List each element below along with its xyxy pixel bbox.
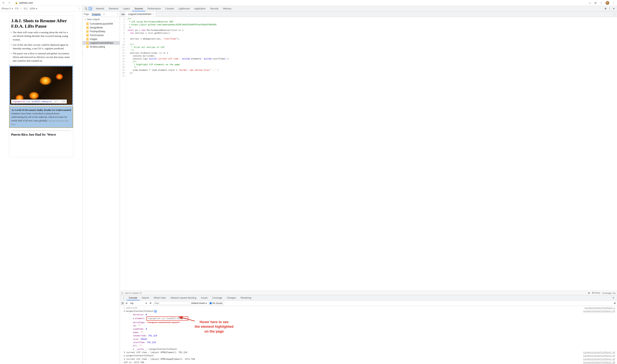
snippet-item[interactable]: DesignMode (82, 26, 120, 29)
console-row[interactable]: ▼LargestContentfulPaintiLargestContentfu… (120, 310, 617, 313)
panel-tab-elements[interactable]: Elements (106, 6, 121, 11)
chevron-down-icon: ▾ (146, 302, 147, 305)
console-row[interactable]: url: "" (120, 344, 617, 347)
panel-tab-console[interactable]: Console (163, 6, 176, 11)
clear-console-icon[interactable]: ⊘ (126, 302, 128, 305)
drawer-menu-icon[interactable]: ⋮ (121, 297, 126, 299)
device-select[interactable]: iPhone X ▾ (1, 7, 13, 10)
snippet-item[interactable]: CumulativeLayoutShift (82, 22, 120, 26)
source-link[interactable]: LargestContentfulPaint:1 (583, 306, 615, 309)
height-input[interactable]: 812 (24, 7, 28, 10)
drawer-tab-network-request-blocking[interactable]: Network request blocking (168, 295, 199, 300)
source-link[interactable]: LargestContentfulPaint:28 (581, 361, 615, 364)
device-menu-icon[interactable]: ⋮ (78, 7, 81, 10)
snippet-file-icon (86, 22, 89, 25)
nav-fwd-icon[interactable]: ▶ (123, 13, 125, 15)
nav-more-icon[interactable]: » (104, 13, 105, 15)
source-link[interactable]: LargestContentfulPaint:14 (581, 351, 615, 354)
console-row[interactable]: renderTime: 791.224 (120, 334, 617, 337)
sources-navigator: Page Snippets » ⋮ ＋ New snippet Cumulati… (82, 12, 120, 364)
inspect-element-icon[interactable] (84, 7, 88, 10)
console-row[interactable]: loadTime: 0 (120, 327, 617, 331)
figcaption-lcp-highlighted: As Covid-19 Devastates India, Deaths Go … (9, 106, 73, 128)
panel-tab-network[interactable]: Network (93, 6, 106, 11)
nav-tab-page[interactable]: Page (84, 13, 89, 15)
devtools-tabstrip: NetworkElementsLayersSourcesPerformanceC… (82, 6, 617, 12)
console-toolbar: ▶ ⊘ top ▾ 👁 Default levels ▾ (120, 300, 617, 306)
context-select[interactable]: top ▾ (129, 302, 148, 305)
profile-avatar[interactable] (605, 1, 609, 5)
drawer-tab-changes[interactable]: Changes (224, 295, 238, 300)
address-bar[interactable]: 🔒 nytimes.com (13, 1, 35, 4)
panel-tab-lighthouse[interactable]: Lighthouse (176, 6, 192, 11)
bullet-item: Use of the one-shot vaccine could be dep… (11, 43, 71, 51)
annotation-arrow-icon (177, 315, 197, 323)
extensions-icon[interactable]: ⊞ (594, 1, 597, 4)
console-output[interactable]: ⟵undefinedLargestContentfulPaint:1▼Large… (120, 306, 617, 364)
panel-tab-application[interactable]: Application (192, 6, 208, 11)
source-link[interactable]: LargestContentfulPaint:13 (581, 354, 615, 357)
console-settings-icon[interactable]: ⚙ (614, 302, 616, 305)
drawer-tab-what-s-new[interactable]: What's New (151, 295, 168, 300)
panel-tab-sources[interactable]: Sources (132, 6, 145, 11)
panel-tab-layers[interactable]: Layers (121, 6, 132, 11)
console-row[interactable]: 1 current LCP item : [object HTMLElement… (120, 351, 617, 354)
live-expression-icon[interactable]: 👁 (149, 302, 152, 305)
editor-tab[interactable]: LargestContentfulPaint × (126, 12, 156, 17)
console-filter-input[interactable] (153, 301, 190, 305)
close-tab-icon[interactable]: × (153, 13, 154, 15)
snippet-item[interactable]: FirstInputDelay (82, 29, 120, 33)
panel-tab-memory[interactable]: Memory (221, 6, 234, 11)
issues-button[interactable]: No Issues (208, 301, 224, 305)
home-icon[interactable]: ⇧ (8, 1, 11, 4)
close-drawer-icon[interactable]: ✕ (611, 297, 616, 299)
console-row[interactable]: ⟵undefinedLargestContentfulPaint:1 (120, 306, 617, 310)
pretty-print-icon[interactable]: {} (121, 292, 123, 294)
nav-back-icon[interactable]: ◀ (121, 13, 123, 15)
fullscreen-icon[interactable]: ⛶ (612, 13, 617, 15)
console-row[interactable]: ▶__proto__: LargestContentfulPaint (120, 348, 617, 351)
new-snippet-button[interactable]: ＋ New snippet (82, 17, 120, 22)
next-article-headline: Puerto Rico Just Had Its 'Worst (11, 130, 71, 137)
run-icon[interactable]: ▶ (588, 292, 590, 294)
article-bullets: The shots will come with a warning about… (11, 31, 71, 63)
snippet-item[interactable]: LargestContentfulPaint (82, 41, 120, 45)
cast-icon[interactable]: ▭ (588, 1, 591, 4)
console-row[interactable]: ▶LargestContentfulPaintLargestContentful… (120, 354, 617, 357)
chevron-down-icon: ▾ (36, 7, 37, 10)
source-link[interactable]: LargestContentfulPaint:13 (581, 310, 615, 312)
console-row[interactable]: startTime: 791.224 (120, 341, 617, 344)
drawer-tab-coverage[interactable]: Coverage (210, 295, 224, 300)
console-sidebar-icon[interactable]: ▶ (121, 302, 124, 305)
panel-menu-icon[interactable]: ⋮ (609, 7, 611, 10)
console-row[interactable]: LCP is: 1171.744LargestContentfulPaint:2… (120, 361, 617, 364)
source-link[interactable]: LargestContentfulPaint:14 (581, 358, 615, 361)
drawer-tab-console[interactable]: Console (126, 295, 140, 300)
reload-icon[interactable]: ↻ (2, 1, 5, 4)
console-row[interactable]: id: "" (120, 324, 617, 327)
console-row[interactable]: name: "" (120, 331, 617, 334)
device-viewport: J.&J. Shots to Resume After F.D.A. Lifts… (0, 12, 82, 364)
menu-icon[interactable]: ⋮ (612, 1, 615, 4)
snippet-item[interactable]: FormControls (82, 33, 120, 37)
settings-icon[interactable]: ⚙ (604, 7, 607, 10)
device-toggle-icon[interactable] (89, 7, 92, 10)
drawer-tab-rendering[interactable]: Rendering (238, 295, 253, 300)
drawer-tab-search[interactable]: Search (140, 295, 151, 300)
panel-tab-security[interactable]: Security (208, 6, 221, 11)
panel-tab-performance[interactable]: Performance (145, 6, 163, 11)
console-row[interactable]: size: 35643 (120, 338, 617, 341)
svg-rect-1 (89, 7, 91, 10)
snippet-item[interactable]: Images (82, 37, 120, 41)
log-levels-select[interactable]: Default levels ▾ (191, 302, 207, 305)
snippet-item[interactable]: ScriptsLoading (82, 45, 120, 49)
code-editor[interactable]: 123456789101112131415161718192021 /** * … (120, 17, 617, 291)
drawer-tab-issues[interactable]: Issues (198, 295, 210, 300)
nav-menu-icon[interactable]: ⋮ (116, 13, 118, 15)
console-row[interactable]: 2 current LCP item : [object HTMLImageEl… (120, 357, 617, 361)
zoom-select[interactable]: 100% ▾ (29, 7, 37, 10)
close-panel-icon[interactable]: ✕ (613, 7, 615, 10)
bookmark-icon[interactable]: ☆ (600, 1, 603, 4)
width-input[interactable]: 375 (15, 7, 19, 10)
nav-tab-snippets[interactable]: Snippets (92, 13, 101, 15)
